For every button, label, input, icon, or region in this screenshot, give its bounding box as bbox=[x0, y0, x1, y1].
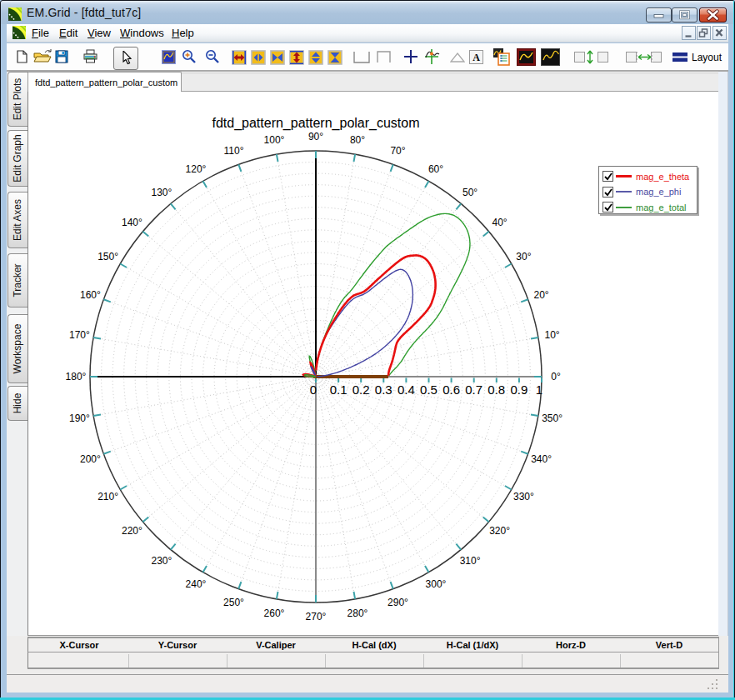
svg-text:Hide: Hide bbox=[12, 392, 23, 413]
svg-text:Edit Axes: Edit Axes bbox=[12, 199, 23, 241]
svg-text:Edit Plots: Edit Plots bbox=[12, 78, 23, 121]
svg-text:Workspace: Workspace bbox=[12, 323, 23, 373]
svg-text:Edit Graph: Edit Graph bbox=[12, 134, 23, 182]
svg-text:Tracker: Tracker bbox=[12, 263, 23, 297]
svg-text:A: A bbox=[472, 52, 480, 63]
